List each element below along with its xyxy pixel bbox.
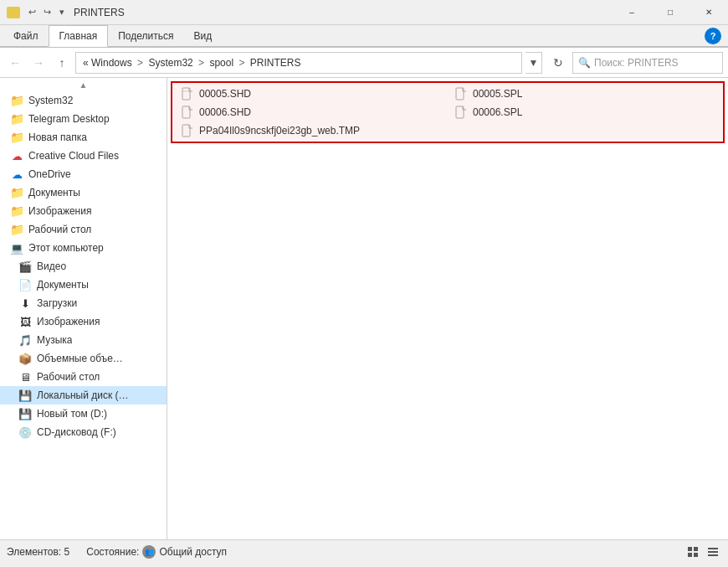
sidebar-label: OneDrive <box>28 168 71 180</box>
tab-file[interactable]: Файл <box>3 25 49 46</box>
redo-button[interactable]: ↪ <box>40 6 54 19</box>
sidebar-label: System32 <box>28 95 73 106</box>
file-list: 00005.SHD 00005.SPL 00006.SHD <box>174 85 721 140</box>
customize-button[interactable]: ▾ <box>55 6 69 19</box>
sidebar-item-novaya-papka[interactable]: 📁 Новая папка <box>0 128 167 147</box>
file-grid: 00005.SHD 00005.SPL 00006.SHD <box>174 85 721 140</box>
sidebar-label: Изображения <box>37 316 100 327</box>
detail-view-button[interactable] <box>705 544 721 560</box>
drive-d-icon: 💾 <box>18 407 32 420</box>
file-item-tmp[interactable]: PPa04Il0s9ncskfj0ei23gb_web.TMP <box>174 121 448 140</box>
file-item-00005-spl[interactable]: 00005.SPL <box>448 85 721 103</box>
forward-button[interactable]: → <box>28 53 49 73</box>
help-button[interactable]: ? <box>705 28 721 44</box>
sidebar-item-creative-cloud[interactable]: ☁ Creative Cloud Files <box>0 147 167 165</box>
content-area[interactable]: 00005.SHD 00005.SPL 00006.SHD <box>167 78 728 539</box>
sidebar-item-muzyka[interactable]: 🎵 Музыка <box>0 331 167 349</box>
close-button[interactable]: ✕ <box>690 0 728 25</box>
drive-icon: 💾 <box>18 389 32 402</box>
sidebar-label: Этот компьютер <box>28 242 104 254</box>
search-box[interactable]: 🔍 Поиск: PRINTERS <box>572 52 723 74</box>
sidebar-item-disk-d[interactable]: 💾 Новый том (D:) <box>0 405 167 423</box>
tab-home[interactable]: Главная <box>49 25 109 47</box>
svg-rect-11 <box>708 551 718 553</box>
undo-button[interactable]: ↩ <box>25 6 38 19</box>
tab-share[interactable]: Поделиться <box>108 25 183 46</box>
sidebar-label: Документы <box>37 279 89 291</box>
svg-rect-6 <box>688 547 692 551</box>
images-icon: 🖼 <box>18 315 32 328</box>
refresh-button[interactable]: ↻ <box>547 52 569 74</box>
computer-icon: 💻 <box>10 241 23 255</box>
sidebar-item-video[interactable]: 🎬 Видео <box>0 257 167 276</box>
sidebar-item-rabochiy-stol[interactable]: 📁 Рабочий стол <box>0 220 167 239</box>
sidebar-item-dokumenty[interactable]: 📁 Документы <box>0 183 167 202</box>
file-item-00006-spl[interactable]: 00006.SPL <box>448 103 721 121</box>
sidebar-item-system32[interactable]: 📁 System32 <box>0 91 167 110</box>
sidebar-label: CD-дисковод (F:) <box>37 426 116 438</box>
sidebar-item-zagruzki[interactable]: ⬇ Загрузки <box>0 294 167 312</box>
file-item-00005-shd[interactable]: 00005.SHD <box>174 85 448 103</box>
sidebar-scroll-up[interactable]: ▲ <box>0 78 167 91</box>
sidebar-label: Telegram Desktop <box>28 113 110 125</box>
sidebar-label: Новая папка <box>28 131 87 143</box>
sidebar-label: Видео <box>37 260 66 272</box>
path-printers: PRINTERS <box>250 57 301 69</box>
svg-rect-7 <box>694 547 698 551</box>
sidebar-item-onedrive[interactable]: ☁ OneDrive <box>0 165 167 183</box>
address-chevron[interactable]: ▼ <box>525 52 542 74</box>
file-name: PPa04Il0s9ncskfj0ei23gb_web.TMP <box>199 125 360 137</box>
sidebar-item-3d[interactable]: 📦 Объемные объе… <box>0 349 167 368</box>
onedrive-icon: ☁ <box>10 168 23 181</box>
folder-icon: 📁 <box>10 223 23 236</box>
file-item-00006-shd[interactable]: 00006.SHD <box>174 103 448 121</box>
up-button[interactable]: ↑ <box>52 53 72 73</box>
back-button[interactable]: ← <box>5 53 25 73</box>
title-bar: ↩ ↪ ▾ PRINTERS – □ ✕ <box>0 0 728 25</box>
svg-rect-9 <box>694 553 698 557</box>
sidebar: ▲ 📁 System32 📁 Telegram Desktop 📁 Новая … <box>0 78 167 539</box>
folder-icon: 📁 <box>10 204 23 218</box>
sidebar-item-docs[interactable]: 📄 Документы <box>0 276 167 294</box>
ribbon-help-wrap: ? <box>705 25 725 46</box>
sidebar-label: Музыка <box>37 334 72 346</box>
sharing-text: Общий доступ <box>159 546 227 558</box>
minimize-button[interactable]: – <box>613 0 651 25</box>
address-path[interactable]: « Windows > System32 > spool > PRINTERS <box>75 52 522 74</box>
docs-icon: 📄 <box>18 278 32 291</box>
music-icon: 🎵 <box>18 333 32 347</box>
file-icon <box>181 106 194 119</box>
file-name: 00006.SPL <box>473 106 522 118</box>
sidebar-label: Рабочий стол <box>28 224 91 235</box>
path-spool: spool <box>209 57 233 69</box>
cc-icon: ☁ <box>10 149 23 162</box>
sidebar-item-telegram[interactable]: 📁 Telegram Desktop <box>0 110 167 128</box>
file-icon <box>454 87 468 101</box>
status-sharing: Состояние: 👥 Общий доступ <box>86 545 227 559</box>
sidebar-item-cd[interactable]: 💿 CD-дисковод (F:) <box>0 423 167 441</box>
sidebar-item-etot-kompyuter[interactable]: 💻 Этот компьютер <box>0 239 167 257</box>
status-right <box>684 544 721 560</box>
video-icon: 🎬 <box>18 260 32 273</box>
file-name: 00005.SHD <box>199 88 251 100</box>
ribbon: Файл Главная Поделиться Вид ? <box>0 25 728 48</box>
sidebar-label: Локальный диск (… <box>37 389 129 401</box>
tab-view[interactable]: Вид <box>183 25 222 46</box>
maximize-button[interactable]: □ <box>651 0 690 25</box>
sidebar-label: Рабочий стол <box>37 371 100 383</box>
window-title: PRINTERS <box>74 7 125 18</box>
quick-access-toolbar: ↩ ↪ ▾ <box>25 6 69 19</box>
file-item-empty <box>448 121 721 140</box>
sidebar-item-izobrazheniya[interactable]: 📁 Изображения <box>0 202 167 220</box>
sidebar-item-local-disk[interactable]: 💾 Локальный диск (… <box>0 386 167 405</box>
sidebar-label: Creative Cloud Files <box>28 150 119 162</box>
list-view-button[interactable] <box>684 544 701 560</box>
sidebar-label: Загрузки <box>37 297 77 309</box>
svg-rect-12 <box>708 554 718 556</box>
sidebar-item-desktop2[interactable]: 🖥 Рабочий стол <box>0 368 167 386</box>
cd-icon: 💿 <box>18 425 32 439</box>
folder-icon <box>7 7 20 18</box>
folder-icon: 📁 <box>10 186 23 199</box>
3d-icon: 📦 <box>18 352 32 365</box>
sidebar-item-images[interactable]: 🖼 Изображения <box>0 312 167 331</box>
